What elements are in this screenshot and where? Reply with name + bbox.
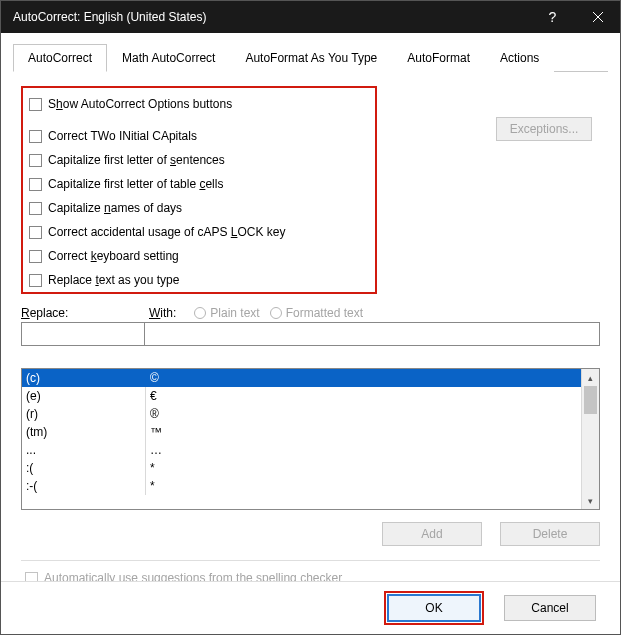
radio-icon [194, 307, 206, 319]
replace-label: Replace: [21, 306, 149, 320]
cancel-button[interactable]: Cancel [504, 595, 596, 621]
help-button[interactable]: ? [530, 1, 575, 33]
chk-show-options[interactable]: Show AutoCorrect Options buttons [23, 92, 375, 116]
list-item[interactable]: (e)€ [22, 387, 581, 405]
chk-replace-as-type[interactable]: Replace text as you type [23, 268, 375, 292]
with-input[interactable] [145, 322, 600, 346]
radio-formatted-label: Formatted text [286, 306, 363, 320]
list-item[interactable]: (tm)™ [22, 423, 581, 441]
list-item[interactable]: :-(* [22, 477, 581, 495]
tab-math-autocorrect[interactable]: Math AutoCorrect [107, 44, 230, 72]
chk-label: Show AutoCorrect Options buttons [48, 95, 232, 113]
radio-plain-label: Plain text [210, 306, 259, 320]
with-label: With: [149, 306, 176, 320]
titlebar: AutoCorrect: English (United States) ? [1, 1, 620, 33]
tab-bar: AutoCorrect Math AutoCorrect AutoFormat … [13, 43, 608, 72]
checkbox-icon [29, 178, 42, 191]
chk-capitalize-days[interactable]: Capitalize names of days [23, 196, 375, 220]
chk-caps-lock[interactable]: Correct accidental usage of cAPS LOCK ke… [23, 220, 375, 244]
ok-highlight: OK [384, 591, 484, 625]
tab-actions[interactable]: Actions [485, 44, 554, 72]
chk-label: Capitalize first letter of table cells [48, 175, 223, 193]
chk-keyboard-setting[interactable]: Correct keyboard setting [23, 244, 375, 268]
chk-capitalize-sentences[interactable]: Capitalize first letter of sentences [23, 148, 375, 172]
chk-label: Correct keyboard setting [48, 247, 179, 265]
dialog-title: AutoCorrect: English (United States) [13, 10, 530, 24]
scroll-up-icon[interactable]: ▴ [582, 369, 599, 386]
list-item[interactable]: :(* [22, 459, 581, 477]
checkbox-icon [29, 154, 42, 167]
replacement-list[interactable]: (c)© (e)€ (r)® (tm)™ ...… :(* :-(* ▴ ▾ [21, 368, 600, 510]
scroll-thumb[interactable] [584, 386, 597, 414]
add-button[interactable]: Add [382, 522, 482, 546]
replace-input[interactable] [21, 322, 145, 346]
autocorrect-dialog: AutoCorrect: English (United States) ? A… [0, 0, 621, 635]
dialog-footer: OK Cancel [1, 581, 620, 634]
scrollbar[interactable]: ▴ ▾ [581, 369, 599, 509]
chk-label: Correct accidental usage of cAPS LOCK ke… [48, 223, 285, 241]
exceptions-button[interactable]: Exceptions... [496, 117, 592, 141]
tab-autoformat[interactable]: AutoFormat [392, 44, 485, 72]
checkbox-icon [29, 226, 42, 239]
list-item[interactable]: ...… [22, 441, 581, 459]
checkbox-icon [29, 202, 42, 215]
checkbox-icon [29, 98, 42, 111]
radio-icon [270, 307, 282, 319]
chk-label: Capitalize first letter of sentences [48, 151, 225, 169]
chk-capitalize-table-cells[interactable]: Capitalize first letter of table cells [23, 172, 375, 196]
delete-button[interactable]: Delete [500, 522, 600, 546]
tab-autocorrect[interactable]: AutoCorrect [13, 44, 107, 72]
chk-label: Correct TWo INitial CApitals [48, 127, 197, 145]
ok-button[interactable]: OK [388, 595, 480, 621]
chk-label: Replace text as you type [48, 271, 179, 289]
options-highlight: Show AutoCorrect Options buttons Correct… [21, 86, 377, 294]
chk-label: Capitalize names of days [48, 199, 182, 217]
list-item[interactable]: (r)® [22, 405, 581, 423]
checkbox-icon [29, 274, 42, 287]
chk-two-initial-caps[interactable]: Correct TWo INitial CApitals [23, 124, 375, 148]
checkbox-icon [29, 130, 42, 143]
close-button[interactable] [575, 1, 620, 33]
format-radio-group: Plain text Formatted text [184, 306, 363, 320]
scroll-down-icon[interactable]: ▾ [582, 492, 599, 509]
checkbox-icon [29, 250, 42, 263]
tab-autoformat-as-you-type[interactable]: AutoFormat As You Type [230, 44, 392, 72]
list-item[interactable]: (c)© [22, 369, 581, 387]
